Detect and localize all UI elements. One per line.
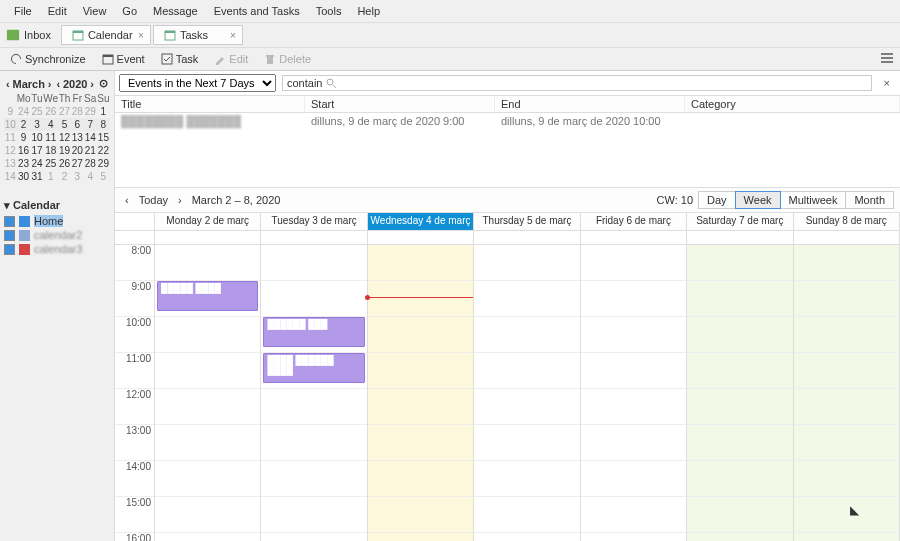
toolbar: Synchronize Event Task Edit Delete	[0, 48, 900, 71]
day-header[interactable]: Wednesday 4 de març	[368, 213, 473, 231]
menu-view[interactable]: View	[75, 3, 115, 19]
hamburger-icon	[880, 52, 894, 64]
day-header[interactable]: Friday 6 de març	[581, 213, 686, 231]
menu-edit[interactable]: Edit	[40, 3, 75, 19]
col-start[interactable]: Start	[305, 96, 495, 112]
today-button[interactable]: Today	[139, 194, 168, 206]
search-input[interactable]	[341, 77, 866, 89]
col-end[interactable]: End	[495, 96, 685, 112]
content: Events in the Next 7 Days contain × Titl…	[115, 71, 900, 541]
day-column[interactable]: Monday 2 de març█████ ████	[155, 213, 261, 541]
day-header[interactable]: Thursday 5 de març	[474, 213, 579, 231]
hour-label: 12:00	[115, 389, 154, 425]
prev-week-button[interactable]: ‹	[121, 194, 133, 206]
calendars-header[interactable]: ▾ Calendar	[4, 197, 110, 214]
menu-message[interactable]: Message	[145, 3, 206, 19]
tab-calendar[interactable]: Calendar×	[61, 25, 151, 45]
view-multiweek[interactable]: Multiweek	[780, 191, 847, 209]
menu-file[interactable]: File	[6, 3, 40, 19]
checkbox-icon[interactable]	[4, 244, 15, 255]
day-column[interactable]: Saturday 7 de març	[687, 213, 793, 541]
today-jump-button[interactable]: ⊙	[97, 77, 110, 90]
sync-button[interactable]: Synchronize	[6, 51, 90, 67]
close-icon[interactable]: ×	[230, 30, 236, 41]
week-range-label: March 2 – 8, 2020	[192, 194, 281, 206]
view-week[interactable]: Week	[735, 191, 781, 209]
tasks-icon	[164, 29, 176, 41]
allday-row[interactable]	[368, 231, 473, 245]
allday-row[interactable]	[261, 231, 366, 245]
filter-bar: Events in the Next 7 Days contain ×	[115, 71, 900, 96]
color-swatch	[19, 244, 30, 255]
trash-icon	[264, 53, 276, 65]
allday-row[interactable]	[155, 231, 260, 245]
checkbox-icon[interactable]	[4, 230, 15, 241]
menu-go[interactable]: Go	[114, 3, 145, 19]
calendar-event[interactable]: ████ ██████ ████	[263, 353, 364, 383]
svg-rect-9	[266, 55, 274, 57]
month-label[interactable]: March	[13, 78, 45, 90]
task-button[interactable]: Task	[157, 51, 203, 67]
day-column[interactable]: Sunday 8 de març	[794, 213, 900, 541]
color-swatch	[19, 230, 30, 241]
edit-button: Edit	[210, 51, 252, 67]
prev-month-button[interactable]: ‹	[4, 78, 12, 90]
day-column[interactable]: Friday 6 de març	[581, 213, 687, 541]
day-header[interactable]: Sunday 8 de març	[794, 213, 899, 231]
hour-label: 11:00	[115, 353, 154, 389]
delete-button: Delete	[260, 51, 315, 67]
col-category[interactable]: Category	[685, 96, 900, 112]
day-column[interactable]: Wednesday 4 de març	[368, 213, 474, 541]
tab-tasks[interactable]: Tasks×	[153, 25, 243, 45]
clear-search-button[interactable]: ×	[878, 77, 896, 89]
menu-tools[interactable]: Tools	[308, 3, 350, 19]
menu-bar: FileEditViewGoMessageEvents and TasksToo…	[0, 0, 900, 23]
menu-events-and-tasks[interactable]: Events and Tasks	[206, 3, 308, 19]
year-label[interactable]: 2020	[63, 78, 87, 90]
calendar-icon	[102, 53, 114, 65]
calendar-item[interactable]: calendar2	[4, 228, 110, 242]
week-grid[interactable]: 8:009:0010:0011:0012:0013:0014:0015:0016…	[115, 213, 900, 541]
day-header[interactable]: Tuesday 3 de març	[261, 213, 366, 231]
calendar-event[interactable]: ██████ ███	[263, 317, 364, 347]
close-icon[interactable]: ×	[138, 30, 144, 41]
month-nav: ‹ March › ‹ 2020 › ⊙	[4, 75, 110, 92]
allday-row[interactable]	[687, 231, 792, 245]
search-box[interactable]: contain	[282, 75, 872, 91]
calendar-icon	[72, 29, 84, 41]
view-month[interactable]: Month	[845, 191, 894, 209]
menu-help[interactable]: Help	[349, 3, 388, 19]
day-column[interactable]: Thursday 5 de març	[474, 213, 580, 541]
calendar-item[interactable]: calendar3	[4, 242, 110, 256]
calendar-event[interactable]: █████ ████	[157, 281, 258, 311]
day-header[interactable]: Monday 2 de març	[155, 213, 260, 231]
next-week-button[interactable]: ›	[174, 194, 186, 206]
col-title[interactable]: Title	[115, 96, 305, 112]
mini-calendar[interactable]: MoTuWeThFrSaSu92425262728291102345678119…	[4, 92, 110, 183]
calendar-item[interactable]: Home	[4, 214, 110, 228]
view-day[interactable]: Day	[698, 191, 736, 209]
menu-button[interactable]	[880, 52, 894, 66]
svg-rect-2	[73, 31, 83, 33]
svg-rect-0	[7, 30, 19, 41]
checkbox-icon[interactable]	[4, 216, 15, 227]
sync-icon	[10, 53, 22, 65]
prev-year-button[interactable]: ‹	[54, 78, 62, 90]
hour-label: 15:00	[115, 497, 154, 533]
svg-rect-8	[267, 57, 273, 64]
event-list-row[interactable]: ████████ ███████ dilluns, 9 de març de 2…	[115, 113, 900, 129]
inbox-label[interactable]: Inbox	[24, 29, 51, 41]
allday-row[interactable]	[794, 231, 899, 245]
allday-row[interactable]	[581, 231, 686, 245]
cw-label: CW: 10	[657, 194, 693, 206]
allday-row[interactable]	[474, 231, 579, 245]
hour-label: 14:00	[115, 461, 154, 497]
day-column[interactable]: Tuesday 3 de març██████ ███████ ██████ █…	[261, 213, 367, 541]
day-header[interactable]: Saturday 7 de març	[687, 213, 792, 231]
next-year-button[interactable]: ›	[88, 78, 96, 90]
next-month-button[interactable]: ›	[46, 78, 54, 90]
event-button[interactable]: Event	[98, 51, 149, 67]
range-select[interactable]: Events in the Next 7 Days	[119, 74, 276, 92]
hour-label: 16:00	[115, 533, 154, 541]
sidebar: ‹ March › ‹ 2020 › ⊙ MoTuWeThFrSaSu92425…	[0, 71, 115, 541]
